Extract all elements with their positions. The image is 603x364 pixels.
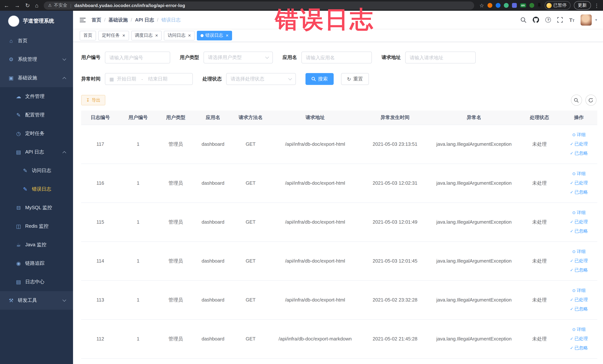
user-id-input[interactable]: [105, 52, 170, 63]
check-icon: ✓: [570, 229, 573, 233]
breadcrumb-item[interactable]: 基础设施: [108, 16, 128, 23]
action-link[interactable]: ✓已忽略: [561, 227, 597, 236]
cell-app: dashboard: [195, 241, 231, 280]
tab[interactable]: 调度日志×: [131, 31, 162, 40]
fullscreen-icon[interactable]: [557, 17, 563, 23]
tab[interactable]: 首页: [80, 31, 96, 40]
exception-time-range-picker[interactable]: ▦ 开始日期 - 结束日期: [105, 73, 193, 85]
close-icon[interactable]: ×: [226, 33, 229, 38]
update-button[interactable]: 更新: [574, 1, 591, 10]
cell-exception: java.lang.IllegalArgumentException: [430, 125, 518, 164]
bookmark-star-icon[interactable]: ☆: [479, 2, 484, 8]
breadcrumb-item[interactable]: API 日志: [135, 16, 154, 23]
font-size-icon[interactable]: TT: [569, 17, 574, 23]
action-link[interactable]: ✓已处理: [561, 334, 597, 343]
extension-icon[interactable]: [529, 3, 534, 8]
tab[interactable]: 定时任务×: [98, 31, 129, 40]
sidebar-item[interactable]: ✎错误日志: [0, 180, 73, 199]
sidebar-item[interactable]: ◉链路追踪: [0, 254, 73, 273]
cell-actions: ⊙详细✓已处理✓已忽略: [561, 280, 597, 319]
breadcrumb-item[interactable]: 错误日志: [161, 16, 181, 23]
action-link[interactable]: ✓已处理: [561, 295, 597, 305]
cell-method: GET: [231, 164, 270, 202]
process-status-select[interactable]: 请选择处理状态: [226, 73, 296, 85]
cell-time: 2021-05-02 23:32:28: [360, 280, 430, 319]
browser-menu-icon[interactable]: ⋮: [594, 2, 599, 8]
user-type-select[interactable]: 请选择用户类型: [204, 52, 273, 63]
close-icon[interactable]: ×: [188, 33, 191, 38]
action-link[interactable]: ✓已忽略: [561, 266, 597, 275]
table-toolbar: ↧ 导出: [81, 94, 596, 106]
home-icon[interactable]: ⌂: [35, 2, 38, 9]
cell-actions: ⊙详细✓已处理✓已忽略: [561, 125, 597, 164]
sidebar-item[interactable]: ☁文件管理: [0, 87, 73, 106]
help-icon[interactable]: ?: [545, 17, 551, 23]
sidebar-item[interactable]: ⊟MySQL 监控: [0, 199, 73, 217]
action-detail[interactable]: ⊙详细: [561, 169, 597, 178]
toggle-search-button[interactable]: [571, 94, 582, 106]
cell-time: 2021-05-03 23:13:51: [360, 125, 430, 164]
action-link[interactable]: ✓已处理: [561, 178, 597, 188]
detail-eye-icon: ⊙: [572, 288, 576, 293]
action-link[interactable]: ✓已忽略: [561, 305, 597, 314]
sidebar-item[interactable]: ✎配置管理: [0, 106, 73, 124]
paused-badge[interactable]: 已暂停: [545, 1, 570, 10]
cell-app: dashboard: [195, 202, 231, 241]
extension-icon[interactable]: [487, 3, 492, 8]
action-detail[interactable]: ⊙详细: [561, 247, 597, 256]
sidebar-item[interactable]: ✎访问日志: [0, 161, 73, 180]
action-detail[interactable]: ⊙详细: [561, 208, 597, 217]
request-url-input[interactable]: [405, 52, 476, 63]
caret-down-icon[interactable]: ▾: [595, 18, 597, 22]
action-link[interactable]: ✓已忽略: [561, 149, 597, 158]
sidebar-item[interactable]: ▤API 日志: [0, 143, 73, 161]
action-detail[interactable]: ⊙详细: [561, 325, 597, 334]
sidebar-item[interactable]: ▣基础设施: [0, 69, 73, 87]
close-icon[interactable]: ×: [122, 33, 125, 38]
action-link[interactable]: ✓已处理: [561, 217, 597, 227]
extension-icon[interactable]: [512, 3, 517, 8]
vue-devtools-icon[interactable]: [504, 3, 509, 8]
search-button[interactable]: 搜索: [305, 73, 334, 85]
refresh-icon: ↻: [347, 76, 351, 82]
close-icon[interactable]: ×: [155, 33, 158, 38]
action-link[interactable]: ✓已忽略: [561, 188, 597, 197]
forward-icon[interactable]: →: [14, 2, 20, 9]
download-icon: ↧: [86, 97, 90, 103]
reset-button[interactable]: ↻ 重置: [341, 73, 369, 85]
export-button[interactable]: ↧ 导出: [81, 95, 105, 105]
extension-icon[interactable]: [496, 3, 500, 8]
action-detail[interactable]: ⊙详细: [561, 286, 597, 295]
calendar-icon: ▦: [109, 76, 114, 82]
app-logo[interactable]: 芋道管理系统: [0, 11, 73, 32]
security-label: 不安全: [54, 2, 67, 9]
action-link[interactable]: ✓已处理: [561, 256, 597, 266]
search-icon[interactable]: [521, 17, 527, 23]
breadcrumb-item[interactable]: 首页: [92, 16, 101, 23]
refresh-table-button[interactable]: [585, 94, 596, 106]
sidebar-item[interactable]: ◫Redis 监控: [0, 217, 73, 235]
app-name-input[interactable]: [302, 52, 372, 63]
user-avatar[interactable]: [581, 14, 592, 25]
action-link[interactable]: ✓已忽略: [561, 343, 597, 353]
action-link[interactable]: ✓已处理: [561, 140, 597, 149]
tab[interactable]: 错误日志×: [197, 31, 232, 40]
action-detail[interactable]: ⊙详细: [561, 130, 597, 140]
github-icon[interactable]: [533, 17, 539, 23]
sidebar-item[interactable]: ☕Java 监控: [0, 235, 73, 254]
tab-label: 调度日志: [135, 32, 152, 39]
tab[interactable]: 访问日志×: [164, 31, 195, 40]
pin-extension-icon[interactable]: [537, 3, 541, 8]
sidebar-item[interactable]: ⚙系统管理: [0, 50, 73, 69]
reload-icon[interactable]: ↻: [25, 2, 30, 9]
sidebar-item[interactable]: ⚒研发工具: [0, 291, 73, 310]
address-bar[interactable]: ⚠ 不安全 | dashboard.yudao.iocoder.cn/infra…: [44, 1, 474, 10]
sidebar-item[interactable]: ◷定时任务: [0, 124, 73, 143]
collapse-sidebar-icon[interactable]: [80, 18, 86, 22]
extension-on-badge[interactable]: on: [520, 3, 526, 7]
back-icon[interactable]: ←: [4, 2, 9, 9]
warning-icon: ⚠: [48, 3, 52, 8]
sidebar-item[interactable]: ▤日志中心: [0, 273, 73, 291]
cell-user_type: 管理员: [157, 125, 195, 164]
sidebar-item[interactable]: ⌂首页: [0, 32, 73, 50]
